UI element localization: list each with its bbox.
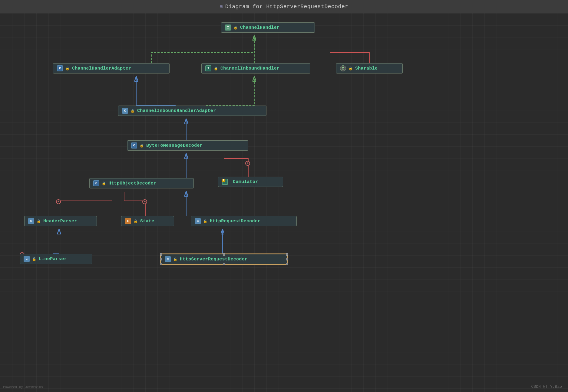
resize-handle-tl[interactable] (160, 253, 162, 256)
icon-channelhandleradapter: C (57, 65, 63, 71)
label-httpserverrequestdecoder: HttpServerRequestDecoder (180, 257, 247, 262)
label-state: State (140, 219, 154, 224)
node-channelhandleradapter[interactable]: C 🔒 ChannelHandlerAdapter (53, 63, 170, 74)
node-headerparser[interactable]: C 🔒 HeaderParser (24, 216, 97, 226)
plus-badge-headerparser: + (56, 199, 61, 204)
icon-sharable: ⊙ (340, 65, 346, 71)
icon-httpobjectdecoder: C (93, 180, 99, 186)
node-cumulator[interactable]: I Cumulator (218, 177, 283, 187)
icon-headerparser: C (28, 218, 34, 224)
lock-lineparser: 🔒 (32, 257, 36, 261)
lock-state: 🔒 (134, 219, 138, 223)
lock-httpobjectdecoder: 🔒 (102, 181, 106, 185)
lock-channelinboundhandler: 🔒 (214, 67, 218, 70)
node-httpserverrequestdecoder[interactable]: C 🔒 HttpServerRequestDecoder (160, 254, 288, 265)
watermark: CSDN @T.Y.Bao (531, 384, 562, 389)
lock-channelinboundhandleradapter: 🔒 (130, 109, 135, 113)
title-text: Diagram for HttpServerRequestDecoder (225, 4, 348, 10)
label-bytetomessagedecoder: ByteToMessageDecoder (146, 143, 203, 148)
node-httpobjectdecoder[interactable]: C 🔒 HttpObjectDecoder (89, 178, 194, 188)
lock-headerparser: 🔒 (37, 219, 41, 223)
label-cumulator: Cumulator (233, 179, 258, 185)
icon-state: E (125, 218, 131, 224)
lock-httprequestdecoder: 🔒 (203, 219, 207, 223)
node-sharable[interactable]: ⊙ 🔒 Sharable (336, 63, 403, 74)
icon-httprequestdecoder: C (195, 218, 201, 224)
node-httprequestdecoder[interactable]: C 🔒 HttpRequestDecoder (191, 216, 297, 226)
node-lineparser[interactable]: C 🔒 LineParser (20, 254, 92, 264)
label-channelinboundhandler: ChannelInboundHandler (220, 66, 279, 71)
resize-handle-mr[interactable] (286, 258, 288, 260)
icon-cumulator: I (222, 179, 228, 185)
node-channelinboundhandleradapter[interactable]: C 🔒 ChannelInboundHandlerAdapter (118, 106, 266, 116)
icon-channelinboundhandler: I (205, 65, 211, 71)
resize-handle-bl[interactable] (160, 263, 162, 265)
plus-badge-cumulator: + (245, 161, 250, 166)
node-channelhandler[interactable]: I 🔒 ChannelHandler (221, 22, 315, 33)
title-bar: ⊞ Diagram for HttpServerRequestDecoder (0, 0, 568, 13)
node-state[interactable]: E 🔒 State (121, 216, 174, 226)
label-httpobjectdecoder: HttpObjectDecoder (108, 181, 156, 186)
label-channelhandleradapter: ChannelHandlerAdapter (72, 66, 131, 71)
icon-lineparser: C (24, 256, 30, 262)
icon-httpserverrequestdecoder: C (165, 256, 171, 262)
icon-channelhandler: I (225, 24, 231, 31)
label-httprequestdecoder: HttpRequestDecoder (210, 219, 260, 224)
lock-sharable: 🔒 (348, 67, 353, 70)
label-sharable: Sharable (355, 66, 378, 71)
resize-handle-tr[interactable] (286, 253, 288, 256)
lock-channelhandleradapter: 🔒 (65, 67, 70, 70)
powered-by: Powered by JetBrains (3, 385, 43, 389)
icon-channelinboundhandleradapter: C (122, 108, 128, 114)
label-channelhandler: ChannelHandler (240, 25, 279, 30)
resize-handle-bm[interactable] (223, 263, 225, 265)
label-headerparser: HeaderParser (43, 219, 77, 224)
resize-handle-tm[interactable] (223, 253, 225, 256)
plus-badge-state: + (142, 199, 147, 204)
diagram-canvas[interactable]: + + + + I 🔒 ChannelHandler C 🔒 ChannelHa… (0, 13, 568, 392)
diagram-icon: ⊞ (220, 4, 223, 10)
lock-httpserverrequestdecoder: 🔒 (173, 257, 177, 261)
node-bytetomessagedecoder[interactable]: C 🔒 ByteToMessageDecoder (127, 140, 248, 151)
lock-channelhandler: 🔒 (233, 26, 238, 30)
resize-handle-br[interactable] (286, 263, 288, 265)
icon-bytetomessagedecoder: C (131, 142, 137, 149)
label-lineparser: LineParser (39, 256, 67, 262)
node-channelinboundhandler[interactable]: I 🔒 ChannelInboundHandler (201, 63, 310, 74)
lock-bytetomessagedecoder: 🔒 (140, 144, 144, 148)
label-channelinboundhandleradapter: ChannelInboundHandlerAdapter (137, 108, 216, 113)
resize-handle-ml[interactable] (160, 258, 162, 260)
